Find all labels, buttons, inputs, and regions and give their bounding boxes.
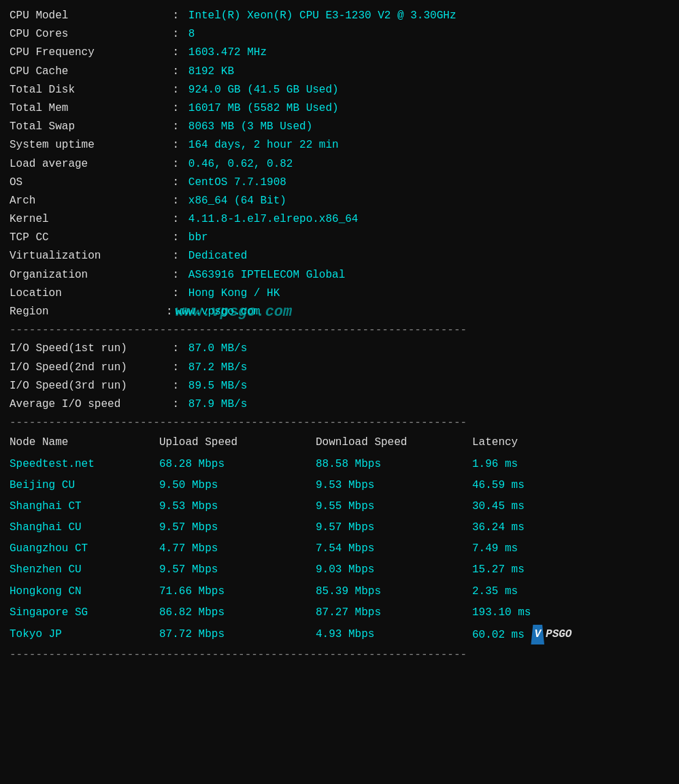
cpu-cores-value: 8 xyxy=(188,25,195,44)
region-row: Region : www.vpsgo.com www.vpsgo.com xyxy=(10,303,669,321)
network-row-latency: 1.96 ms xyxy=(472,454,669,475)
total-mem-label: Total Mem xyxy=(10,99,166,118)
network-row-name: Tokyo JP xyxy=(10,623,159,646)
network-row-download: 9.03 Mbps xyxy=(316,559,472,581)
network-row-latency: 193.10 ms xyxy=(472,602,669,623)
network-row-download: 7.54 Mbps xyxy=(316,538,472,559)
cpu-cache-row: CPU Cache : 8192 KB xyxy=(10,63,669,81)
network-row-upload: 86.82 Mbps xyxy=(159,602,316,623)
org-label: Organization xyxy=(10,266,166,284)
network-row-download: 87.27 Mbps xyxy=(316,602,472,623)
terminal-output: CPU Model : Intel(R) Xeon(R) CPU E3-1230… xyxy=(10,7,669,664)
network-row-upload: 9.50 Mbps xyxy=(159,475,316,496)
network-row-name: Speedtest.net xyxy=(10,454,159,475)
io-avg-label: Average I/O speed xyxy=(10,395,166,414)
col-header-upload: Upload Speed xyxy=(159,432,316,453)
uptime-value: 164 days, 2 hour 22 min xyxy=(188,136,339,154)
network-row-name: Shenzhen CU xyxy=(10,559,159,581)
tcp-cc-label: TCP CC xyxy=(10,229,166,247)
network-row: Shenzhen CU9.57 Mbps9.03 Mbps15.27 ms xyxy=(10,559,669,581)
kernel-value: 4.11.8-1.el7.elrepo.x86_64 xyxy=(188,210,359,229)
tcp-cc-value: bbr xyxy=(188,229,208,247)
network-row-download: 9.57 Mbps xyxy=(316,517,472,538)
io-avg-row: Average I/O speed : 87.9 MB/s xyxy=(10,395,669,414)
arch-label: Arch xyxy=(10,192,166,210)
cpu-model-label: CPU Model xyxy=(10,7,166,25)
uptime-label: System uptime xyxy=(10,136,166,154)
network-row: Shanghai CT9.53 Mbps9.55 Mbps30.45 ms xyxy=(10,496,669,517)
network-row: Shanghai CU9.57 Mbps9.57 Mbps36.24 ms xyxy=(10,517,669,538)
os-label: OS xyxy=(10,174,166,192)
network-row-upload: 9.57 Mbps xyxy=(159,559,316,581)
network-row-download: 9.55 Mbps xyxy=(316,496,472,517)
region-value: www.vpsgo.com www.vpsgo.com xyxy=(176,303,261,321)
network-row-latency: 2.35 ms xyxy=(472,581,669,602)
cpu-freq-label: CPU Frequency xyxy=(10,44,166,62)
virt-label: Virtualization xyxy=(10,247,166,265)
network-row: Speedtest.net68.28 Mbps88.58 Mbps1.96 ms xyxy=(10,454,669,475)
location-label: Location xyxy=(10,284,166,303)
network-row: Singapore SG86.82 Mbps87.27 Mbps193.10 m… xyxy=(10,602,669,623)
cpu-cores-row: CPU Cores : 8 xyxy=(10,25,669,44)
io-run3-label: I/O Speed(3rd run) xyxy=(10,377,166,395)
col-header-latency: Latency xyxy=(472,432,669,453)
cpu-freq-row: CPU Frequency : 1603.472 MHz xyxy=(10,44,669,62)
total-disk-row: Total Disk : 924.0 GB (41.5 GB Used) xyxy=(10,81,669,99)
org-value: AS63916 IPTELECOM Global xyxy=(188,266,345,284)
org-row: Organization : AS63916 IPTELECOM Global xyxy=(10,266,669,284)
network-row-name: Guangzhou CT xyxy=(10,538,159,559)
uptime-row: System uptime : 164 days, 2 hour 22 min xyxy=(10,136,669,154)
tcp-cc-row: TCP CC : bbr xyxy=(10,229,669,247)
network-row-upload: 71.66 Mbps xyxy=(159,581,316,602)
io-run3-value: 89.5 MB/s xyxy=(188,377,247,395)
virt-value: Dedicated xyxy=(188,247,247,265)
network-table: Node Name Upload Speed Download Speed La… xyxy=(10,432,669,646)
cpu-model-value: Intel(R) Xeon(R) CPU E3-1230 V2 @ 3.30GH… xyxy=(188,7,457,25)
kernel-row: Kernel : 4.11.8-1.el7.elrepo.x86_64 xyxy=(10,210,669,229)
network-row-latency: 36.24 ms xyxy=(472,517,669,538)
os-value: CentOS 7.7.1908 xyxy=(188,174,286,192)
network-row-download: 9.53 Mbps xyxy=(316,475,472,496)
divider-2: ----------------------------------------… xyxy=(10,414,669,432)
network-row-upload: 87.72 Mbps xyxy=(159,623,316,646)
total-mem-value: 16017 MB (5582 MB Used) xyxy=(188,99,339,118)
total-swap-row: Total Swap : 8063 MB (3 MB Used) xyxy=(10,118,669,136)
network-row-latency: 7.49 ms xyxy=(472,538,669,559)
load-row: Load average : 0.46, 0.62, 0.82 xyxy=(10,155,669,174)
cpu-cache-label: CPU Cache xyxy=(10,63,166,81)
load-label: Load average xyxy=(10,155,166,174)
io-run1-label: I/O Speed(1st run) xyxy=(10,340,166,358)
network-row-name: Shanghai CU xyxy=(10,517,159,538)
io-avg-value: 87.9 MB/s xyxy=(188,395,247,414)
location-value: Hong Kong / HK xyxy=(188,284,280,303)
network-row-name: Shanghai CT xyxy=(10,496,159,517)
cpu-freq-value: 1603.472 MHz xyxy=(188,44,267,62)
total-disk-value: 924.0 GB (41.5 GB Used) xyxy=(188,81,339,99)
total-swap-value: 8063 MB (3 MB Used) xyxy=(188,118,312,136)
location-row: Location : Hong Kong / HK xyxy=(10,284,669,303)
col-header-download: Download Speed xyxy=(316,432,472,453)
network-row-upload: 9.57 Mbps xyxy=(159,517,316,538)
io-run3-row: I/O Speed(3rd run) : 89.5 MB/s xyxy=(10,377,669,395)
io-run2-label: I/O Speed(2nd run) xyxy=(10,359,166,377)
divider-3: ----------------------------------------… xyxy=(10,646,669,664)
io-run1-row: I/O Speed(1st run) : 87.0 MB/s xyxy=(10,340,669,358)
total-mem-row: Total Mem : 16017 MB (5582 MB Used) xyxy=(10,99,669,118)
io-run1-value: 87.0 MB/s xyxy=(188,340,247,358)
virt-row: Virtualization : Dedicated xyxy=(10,247,669,265)
network-row-download: 85.39 Mbps xyxy=(316,581,472,602)
network-row: Beijing CU9.50 Mbps9.53 Mbps46.59 ms xyxy=(10,475,669,496)
io-run2-value: 87.2 MB/s xyxy=(188,359,247,377)
network-row-name: Hongkong CN xyxy=(10,581,159,602)
network-row-download: 4.93 Mbps xyxy=(316,623,472,646)
network-row-upload: 4.77 Mbps xyxy=(159,538,316,559)
network-row-upload: 68.28 Mbps xyxy=(159,454,316,475)
arch-value: x86_64 (64 Bit) xyxy=(188,192,286,210)
os-row: OS : CentOS 7.7.1908 xyxy=(10,174,669,192)
network-row-latency: 46.59 ms xyxy=(472,475,669,496)
total-swap-label: Total Swap xyxy=(10,118,166,136)
cpu-cores-label: CPU Cores xyxy=(10,25,166,44)
network-row-latency: 15.27 ms xyxy=(472,559,669,581)
network-row: Hongkong CN71.66 Mbps85.39 Mbps2.35 ms xyxy=(10,581,669,602)
network-row-latency: 60.02 ms VPSGO xyxy=(472,623,669,646)
